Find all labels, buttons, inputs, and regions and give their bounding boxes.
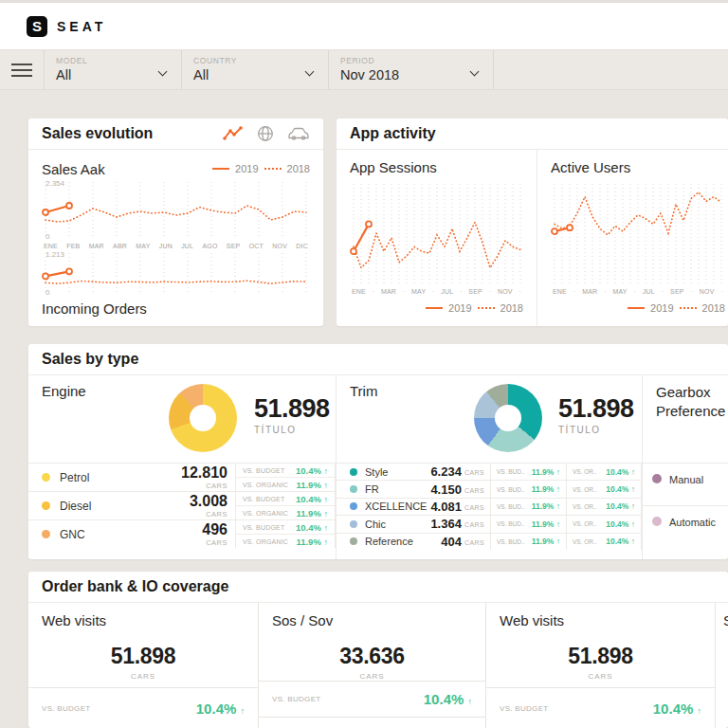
- kpi-value: 51.898: [28, 644, 258, 669]
- gearbox-title: Gearbox Preference: [643, 375, 719, 422]
- row-unit: CARS: [161, 511, 228, 519]
- sales-aak-chart: 2.354 0: [42, 180, 310, 241]
- style-dot: [350, 468, 357, 476]
- model-filter-dropdown[interactable]: MODEL All: [44, 50, 181, 89]
- trend-chart-icon[interactable]: [223, 126, 244, 141]
- engine-donut-chart: [169, 384, 237, 452]
- country-filter-dropdown[interactable]: COUNTRY All: [181, 50, 328, 89]
- seat-logo: S SEAT: [27, 16, 106, 37]
- sales-by-type-title: Sales by type: [42, 351, 138, 368]
- kpi-web-visits-1: Web visits 51.898 CARS VS. BUDGET 10.4% …: [28, 603, 259, 728]
- trim-total-label: TÍTULO: [558, 425, 634, 435]
- brand-wordmark: SEAT: [57, 19, 106, 34]
- kpi-sos-sov-2: Sos / Sov: [716, 603, 728, 728]
- chevron-down-icon: [305, 67, 315, 77]
- legend-2019-label: 2019: [235, 163, 258, 174]
- sales-aak-title: Sales Aak: [42, 161, 105, 177]
- globe-icon[interactable]: [257, 125, 274, 142]
- gearbox-panel: Gearbox Preference Manual Automatic: [643, 375, 728, 559]
- incoming-orders-title: Incoming Orders: [42, 300, 310, 317]
- trim-total: 51.898: [558, 394, 634, 424]
- row-label: Diesel: [60, 500, 161, 513]
- fr-dot: [350, 485, 357, 493]
- kpi-title: Web visits: [28, 603, 258, 628]
- order-bank-title: Order bank & IO coverage: [42, 578, 228, 595]
- kpi-value: 51.898: [486, 644, 715, 669]
- month-axis: ENEFEBMARABRMAYJUNJULAGOSEPOCTNOVDIC: [42, 243, 310, 249]
- manual-dot: [652, 474, 662, 483]
- filter-bar: MODEL All COUNTRY All PERIOD Nov 2018: [0, 49, 728, 90]
- row-unit: CARS: [161, 482, 228, 490]
- row-value: 496: [161, 522, 228, 537]
- trim-row-reference: Reference 404CARS VS. BUD..11.9% ↑ VS. O…: [337, 533, 642, 550]
- kpi-web-visits-2: Web visits 51.898 CARS VS. BUDGET 10.4% …: [486, 603, 716, 728]
- chart-legend: 2019 2018: [212, 163, 310, 174]
- kpi-stat-row: VS. BUDGET 10.4% ↑: [486, 687, 715, 728]
- kpi-unit: CARS: [259, 672, 485, 681]
- app-activity-card: App activity App Sessions ENE·MAR·MAY·JU…: [337, 118, 728, 326]
- gearbox-row-manual: Manual: [643, 463, 728, 505]
- trim-row-fr: FR 4.150CARS VS. BUD..11.9% ↑ VS. OR..10…: [337, 480, 642, 497]
- month-axis: ENE·MAR·MAY·JUL·SEP·NOV·: [350, 288, 523, 295]
- legend-2019-swatch: [212, 168, 229, 170]
- kpi-unit: CARS: [486, 672, 715, 681]
- kpi-unit: CARS: [28, 672, 258, 681]
- car-icon[interactable]: [287, 126, 310, 141]
- chic-dot: [350, 520, 357, 528]
- model-filter-value: All: [56, 67, 153, 82]
- engine-panel: Engine 51.898 TÍTULO Petrol 12.810CARS V…: [28, 375, 337, 559]
- trim-donut-chart: [474, 384, 542, 452]
- row-value: 3.008: [161, 494, 228, 509]
- sales-evolution-card: Sales evolution Sales Aak 2019 2018 2.35…: [28, 118, 323, 326]
- row-unit: CARS: [161, 539, 228, 547]
- chart-legend: 2019 2018: [426, 302, 523, 314]
- active-users-panel: Active Users ENE·MAR·MAY·JUL·SEP·NOV· 20…: [537, 150, 728, 326]
- trim-row-xcellence: XCELLENCE 4.081CARS VS. BUD..11.9% ↑ VS.…: [337, 498, 642, 515]
- engine-title: Engine: [42, 383, 86, 399]
- incoming-orders-chart: 1.213 0: [42, 251, 310, 297]
- order-bank-card: Order bank & IO coverage Web visits 51.8…: [28, 572, 728, 728]
- active-users-title: Active Users: [551, 159, 725, 178]
- kpi-title: Sos / Sov: [259, 603, 485, 628]
- chart-legend: 2019 2018: [628, 302, 725, 314]
- period-filter-value: Nov 2018: [340, 67, 464, 82]
- kpi-stat-row: VS. BUDGET 10.4% ↑: [259, 681, 485, 717]
- country-filter-label: COUNTRY: [193, 56, 300, 65]
- gnc-dot: [42, 530, 50, 538]
- sales-evolution-title: Sales evolution: [42, 125, 153, 142]
- engine-total: 51.898: [254, 394, 330, 424]
- engine-total-label: TÍTULO: [254, 425, 330, 435]
- trim-panel: Trim 51.898 TÍTULO Style 6.234CARS VS. B…: [337, 375, 643, 559]
- kpi-stat-row: VS. BUDGET 10.4% ↑: [28, 687, 258, 728]
- period-filter-dropdown[interactable]: PERIOD Nov 2018: [328, 50, 494, 89]
- month-axis: ENE·MAR·MAY·JUL·SEP·NOV·: [551, 288, 725, 295]
- y-axis-min: 0: [46, 232, 49, 241]
- trim-row-style: Style 6.234CARS VS. BUD..11.9% ↑ VS. OR.…: [337, 463, 642, 480]
- engine-row-diesel: Diesel 3.008CARS VS. BUDGET10.4% ↑ VS. O…: [28, 491, 336, 519]
- app-sessions-chart: [350, 182, 523, 286]
- app-sessions-title: App Sessions: [350, 159, 523, 178]
- legend-2018-swatch: [264, 168, 282, 170]
- reference-dot: [350, 537, 357, 545]
- seat-s-logo-icon: S: [27, 16, 47, 37]
- y-axis-max: 1.213: [46, 250, 64, 259]
- chevron-down-icon: [158, 67, 168, 77]
- automatic-dot: [652, 517, 662, 526]
- legend-2018-label: 2018: [287, 163, 310, 174]
- row-label: GNC: [60, 528, 161, 541]
- active-users-chart: [551, 182, 725, 286]
- menu-icon[interactable]: [0, 50, 44, 89]
- row-value: 12.810: [161, 465, 228, 481]
- chevron-down-icon: [470, 67, 480, 77]
- diesel-dot: [42, 501, 50, 510]
- kpi-sos-sov: Sos / Sov 33.636 CARS VS. BUDGET 10.4% ↑…: [259, 603, 486, 728]
- country-filter-value: All: [193, 67, 300, 82]
- y-axis-max: 2.354: [46, 179, 64, 188]
- engine-row-petrol: Petrol 12.810CARS VS. BUDGET10.4% ↑ VS. …: [28, 463, 336, 491]
- app-sessions-panel: App Sessions ENE·MAR·MAY·JUL·SEP·NOV· 20…: [337, 150, 537, 326]
- trim-title: Trim: [350, 383, 377, 399]
- engine-row-gnc: GNC 496CARS VS. BUDGET10.4% ↑ VS. ORGANI…: [28, 519, 336, 548]
- petrol-dot: [42, 473, 50, 482]
- kpi-stat-row: VS. ORGANIC 10.4% ↑: [259, 717, 485, 728]
- period-filter-label: PERIOD: [340, 56, 464, 65]
